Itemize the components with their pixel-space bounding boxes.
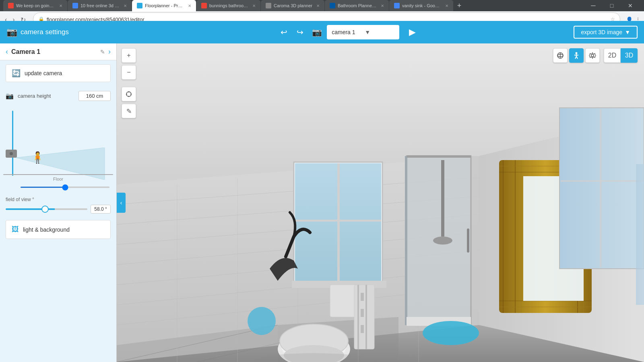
svg-point-79 [591, 54, 594, 57]
svg-point-27 [433, 237, 452, 245]
svg-rect-50 [600, 109, 602, 267]
svg-rect-25 [467, 228, 469, 253]
tab-close-6[interactable]: ✕ [381, 4, 384, 8]
tab-4[interactable]: bunnings bathroom pl... ✕ [196, 0, 261, 11]
play-button[interactable]: ▶ [404, 24, 420, 40]
svg-point-74 [576, 52, 578, 54]
tab-favicon-6 [330, 3, 335, 8]
orbit-view-button[interactable] [553, 48, 568, 63]
minimize-button[interactable]: ─ [584, 0, 602, 11]
panel-next-button[interactable]: › [108, 47, 111, 56]
tab-close-1[interactable]: ✕ [59, 4, 62, 8]
panel-prev-button[interactable]: ‹ [6, 47, 8, 56]
crosshair-icon [126, 91, 132, 97]
tab-close-2[interactable]: ✕ [124, 4, 127, 8]
camera-height-section: 📷 camera height 160 cm [0, 86, 116, 106]
tab-label-1: We keep on going/We... [16, 3, 55, 8]
viewport-tools-left: + − ✎ [122, 48, 136, 118]
viewport-tools-right: 2D 3D [553, 48, 638, 63]
svg-line-78 [576, 56, 578, 59]
export-button[interactable]: export 3D image ▼ [574, 26, 638, 39]
stick-figure: 🧍 [31, 151, 45, 164]
toolbar-title: camera settings [21, 28, 69, 36]
tab-close-4[interactable]: ✕ [252, 4, 256, 8]
tab-favicon-5 [266, 3, 271, 8]
camera-diagram: 🧍 Floor [0, 107, 116, 192]
export-chevron-icon: ▼ [625, 29, 630, 35]
svg-rect-24 [407, 155, 471, 158]
person-icon [573, 52, 580, 59]
camera-icon: 📷 [6, 27, 17, 37]
svg-rect-58 [354, 285, 374, 349]
pen-button[interactable]: ✎ [122, 104, 136, 118]
settings-view-button[interactable] [585, 48, 600, 63]
camera-body-icon [6, 150, 17, 158]
close-button[interactable]: ✕ [621, 0, 639, 11]
camera-height-icon: 📷 [6, 92, 14, 100]
tab-label-2: 10 free online 3d tools... [80, 3, 120, 8]
walk-view-button[interactable] [569, 48, 584, 63]
fov-section: field of view ° 58.0 ° [0, 193, 116, 218]
target-button[interactable] [122, 87, 136, 101]
camera-dropdown-label: camera 1 [332, 29, 361, 35]
tab-favicon-4 [201, 3, 207, 8]
camera-dropdown[interactable]: camera 1 ▼ [327, 25, 399, 39]
undo-button[interactable]: ↩ [277, 25, 291, 39]
tab-favicon-2 [72, 3, 78, 8]
floor-label: Floor [53, 177, 63, 181]
zoom-in-button[interactable]: + [122, 48, 136, 63]
orbit-icon [557, 52, 564, 59]
toolbar-left: 📷 camera settings [6, 27, 123, 37]
2d-view-button[interactable]: 2D [604, 48, 621, 63]
tab-1[interactable]: We keep on going/We... ✕ [3, 0, 68, 11]
svg-rect-32 [337, 163, 340, 282]
toolbar-center: ↩ ↪ 📷 camera 1 ▼ ▶ [128, 24, 569, 40]
browser-chrome: We keep on going/We... ✕ 10 free online … [0, 0, 644, 21]
camera-height-input[interactable]: 160 cm [78, 91, 111, 101]
height-indicator-line [12, 111, 13, 176]
svg-rect-51 [561, 180, 643, 182]
panel-title: Camera 1 [11, 48, 97, 56]
floor-position-slider[interactable] [20, 187, 110, 188]
3d-camera-icon: 📷 [312, 27, 322, 37]
panel-collapse-button[interactable]: ‹ [117, 193, 126, 213]
floor-position-slider-container [20, 182, 110, 189]
update-camera-button[interactable]: 🔄 update camera [6, 64, 111, 82]
2d-3d-toggle: 2D 3D [604, 48, 638, 63]
app-container: 📷 camera settings ↩ ↪ 📷 camera 1 ▼ ▶ exp… [0, 21, 644, 362]
edit-icon[interactable]: ✎ [100, 49, 105, 55]
tab-close-7[interactable]: ✕ [445, 4, 448, 8]
tab-3[interactable]: Floorplanner - Project... ✕ [132, 0, 196, 11]
tab-5[interactable]: Caroma 3D planner ✕ [261, 0, 325, 11]
zoom-out-button[interactable]: − [122, 65, 136, 80]
panel-section-update: 🔄 update camera [0, 60, 116, 86]
fov-slider-row: 58.0 ° [6, 205, 111, 214]
maximize-button[interactable]: □ [603, 0, 621, 11]
update-camera-label: update camera [25, 70, 62, 76]
tab-2[interactable]: 10 free online 3d tools... ✕ [68, 0, 132, 11]
svg-marker-0 [16, 148, 105, 180]
viewport: + − ✎ [117, 43, 644, 362]
tab-favicon-7 [394, 3, 400, 8]
fov-slider[interactable] [6, 208, 87, 210]
tab-6[interactable]: Bathroom Planner - IKE... ✕ [325, 0, 389, 11]
tab-close-3[interactable]: ✕ [188, 4, 191, 8]
svg-point-64 [248, 307, 276, 335]
tab-label-4: bunnings bathroom pl... [209, 3, 248, 8]
panel-header: ‹ Camera 1 ✎ › [0, 43, 116, 60]
undo-redo-group: ↩ ↪ [277, 25, 307, 39]
fov-value: 58.0 ° [91, 205, 111, 214]
tab-7[interactable]: vanity sink - Google Se... ✕ [389, 0, 454, 11]
light-background-button[interactable]: 🖼 light & background [6, 220, 111, 239]
toolbar-right: export 3D image ▼ [574, 26, 638, 39]
new-tab-button[interactable]: + [454, 0, 465, 11]
camera-height-row: 📷 camera height 160 cm [6, 88, 111, 104]
view-cone [16, 148, 109, 180]
redo-button[interactable]: ↪ [293, 25, 307, 39]
top-toolbar: 📷 camera settings ↩ ↪ 📷 camera 1 ▼ ▶ exp… [0, 21, 644, 43]
svg-point-29 [423, 321, 479, 345]
refresh-icon: 🔄 [12, 69, 21, 78]
tab-label-3: Floorplanner - Project... [145, 3, 184, 8]
tab-close-5[interactable]: ✕ [316, 4, 320, 8]
3d-view-button[interactable]: 3D [621, 48, 638, 63]
